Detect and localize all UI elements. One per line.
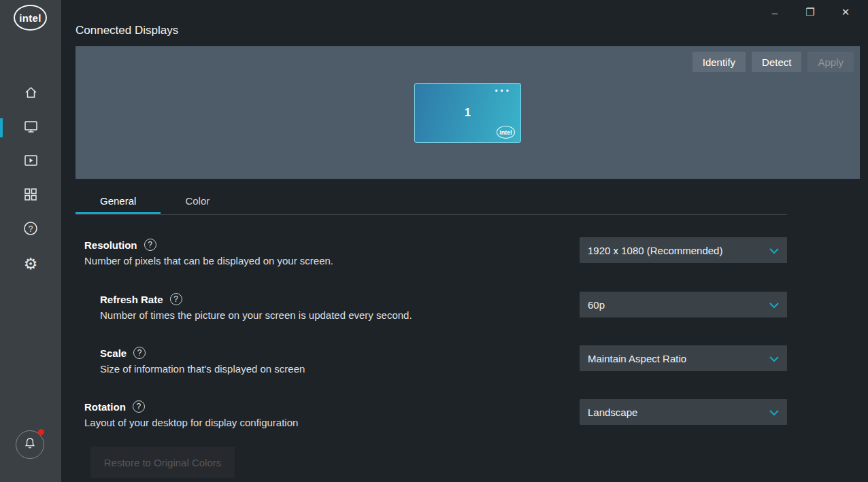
- app-window: – ❐ ✕ intel: [0, 0, 868, 482]
- setting-name: Rotation: [84, 401, 126, 413]
- sidebar-item-media[interactable]: [0, 145, 61, 179]
- refresh-rate-dropdown[interactable]: 60p: [580, 292, 787, 317]
- maximize-button[interactable]: ❐: [795, 3, 826, 22]
- sidebar-item-home[interactable]: [0, 77, 61, 111]
- help-icon[interactable]: ?: [133, 347, 146, 359]
- minimize-button[interactable]: –: [759, 3, 790, 22]
- bell-icon: [23, 436, 37, 453]
- sidebar: intel: [0, 0, 61, 482]
- sidebar-item-display[interactable]: [0, 111, 61, 145]
- setting-name: Refresh Rate: [100, 294, 163, 305]
- sidebar-item-apps[interactable]: [0, 179, 61, 213]
- setting-row-rotation: Rotation ? Layout of your desktop for di…: [84, 398, 787, 439]
- notification-badge: [38, 429, 44, 435]
- display-icon: [24, 120, 38, 136]
- detect-button[interactable]: Detect: [752, 52, 801, 72]
- restore-original-colors-button[interactable]: Restore to Original Colors: [90, 447, 235, 478]
- help-icon: ?: [23, 221, 38, 239]
- sidebar-item-settings[interactable]: ⚙: [0, 247, 61, 281]
- setting-row-refresh-rate: Refresh Rate ? Number of times the pictu…: [84, 291, 787, 332]
- tab-color[interactable]: Color: [161, 188, 234, 214]
- help-icon[interactable]: ?: [133, 400, 145, 413]
- page-title: Connected Displays: [76, 24, 178, 37]
- chevron-down-icon: [764, 353, 779, 364]
- chevron-down-icon: [764, 245, 779, 256]
- home-icon: [24, 86, 38, 102]
- sidebar-item-help[interactable]: ?: [0, 213, 61, 247]
- apply-button[interactable]: Apply: [807, 52, 854, 72]
- tab-bar: General Color: [76, 188, 787, 215]
- window-controls: – ❐ ✕: [759, 3, 861, 22]
- gear-icon: ⚙: [24, 256, 38, 272]
- dropdown-value: 1920 x 1080 (Recommended): [588, 245, 722, 256]
- media-icon: [24, 154, 38, 170]
- apps-grid-icon: [24, 188, 37, 204]
- display-1-tile[interactable]: ••• 1 intel: [414, 83, 521, 143]
- notifications-button[interactable]: [16, 430, 44, 459]
- resolution-dropdown[interactable]: 1920 x 1080 (Recommended): [580, 237, 787, 263]
- help-icon[interactable]: ?: [144, 239, 156, 251]
- chevron-down-icon: [764, 407, 779, 418]
- tab-general[interactable]: General: [76, 188, 161, 214]
- intel-logo: intel: [14, 5, 47, 31]
- identify-button[interactable]: Identify: [692, 52, 746, 72]
- close-button[interactable]: ✕: [830, 3, 861, 22]
- dropdown-value: 60p: [588, 299, 605, 311]
- scale-dropdown[interactable]: Maintain Aspect Ratio: [580, 345, 787, 371]
- intel-logo-small: intel: [497, 126, 515, 139]
- dropdown-value: Landscape: [588, 407, 637, 418]
- chevron-down-icon: [764, 299, 779, 311]
- svg-text:?: ?: [29, 224, 33, 234]
- panel-actions: Identify Detect Apply: [692, 52, 854, 72]
- rotation-dropdown[interactable]: Landscape: [580, 399, 787, 425]
- setting-name: Scale: [100, 347, 127, 359]
- dropdown-value: Maintain Aspect Ratio: [588, 353, 686, 364]
- display-arrangement-panel: Identify Detect Apply ••• 1 intel: [76, 46, 860, 179]
- setting-row-scale: Scale ? Size of information that's displ…: [84, 345, 787, 385]
- setting-name: Resolution: [84, 239, 137, 251]
- setting-row-resolution: Resolution ? Number of pixels that can b…: [84, 237, 787, 277]
- help-icon[interactable]: ?: [170, 293, 182, 305]
- sidebar-nav: ? ⚙: [0, 77, 61, 281]
